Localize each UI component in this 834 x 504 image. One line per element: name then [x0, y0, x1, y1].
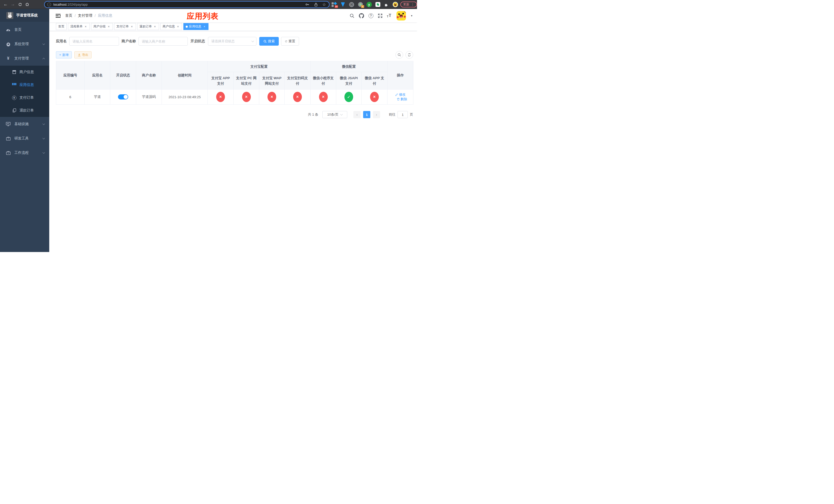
- toolbox-icon: [5, 137, 11, 140]
- extensions-area: 10 ⌘ 1 y: [331, 0, 398, 9]
- hamburger-icon: [56, 14, 61, 18]
- sidebar-item-workflow[interactable]: 工作流程: [0, 145, 49, 160]
- col-header-status: 开启状态: [110, 61, 136, 90]
- refresh-table-button[interactable]: [405, 51, 413, 59]
- col-header-alipay-app: 支付宝 APP 支付: [208, 72, 234, 90]
- browser-toolbar: ← → i localhost:1024/pay/app ☆ 10 ⌘ 1 y: [0, 0, 417, 9]
- bookmark-star-icon[interactable]: ☆: [322, 2, 326, 7]
- chevron-down-icon: [43, 137, 45, 139]
- app-logo[interactable]: 芋道管理系统: [0, 9, 49, 22]
- profile-avatar-icon[interactable]: [392, 2, 398, 7]
- extension-y-icon[interactable]: y: [366, 2, 372, 7]
- goto-page-input[interactable]: [397, 111, 408, 118]
- prev-page-button[interactable]: ‹: [353, 111, 360, 118]
- avatar-caret-icon[interactable]: ▾: [411, 14, 412, 18]
- sidebar-collapse-button[interactable]: [56, 14, 61, 18]
- col-header-merchant: 商户名称: [136, 61, 162, 90]
- tab-pay-order[interactable]: 支付订单×: [114, 23, 136, 30]
- tab-refund-order[interactable]: 退款订单×: [137, 23, 159, 30]
- sidebar-item-dev-tools[interactable]: 研发工具: [0, 131, 49, 145]
- sidebar-item-payment[interactable]: ¥ 支付管理: [0, 51, 49, 66]
- extension-recorder-icon[interactable]: 1: [357, 2, 363, 7]
- tab-user-group[interactable]: 用户分组×: [91, 23, 113, 30]
- breadcrumb-payment[interactable]: 支付管理: [78, 13, 92, 18]
- app-name-label: 应用名: [56, 39, 67, 44]
- gear-icon: [5, 42, 11, 46]
- merchant-name-label: 商户名称: [122, 39, 136, 44]
- address-bar[interactable]: i localhost:1024/pay/app ☆: [44, 1, 330, 8]
- browser-menu-icon[interactable]: ⋮: [411, 3, 414, 6]
- chevron-down-icon: [251, 40, 254, 42]
- merchant-name-input[interactable]: [138, 37, 188, 46]
- tab-home[interactable]: 首页×: [56, 23, 67, 30]
- breadcrumb: 首页 / 支付管理 / 应用信息: [65, 13, 112, 18]
- app-title: 芋道管理系统: [16, 13, 38, 18]
- sidebar-item-refund-order[interactable]: 退款订单: [0, 104, 49, 117]
- tab-merchant-info[interactable]: 商户信息×: [160, 23, 182, 30]
- page-number-1[interactable]: 1: [363, 111, 370, 118]
- status-cross-icon: ×: [267, 92, 276, 102]
- sidebar-item-home[interactable]: 首页: [0, 23, 49, 37]
- search-button[interactable]: 搜索: [259, 37, 279, 46]
- reset-button[interactable]: 重置: [281, 37, 299, 46]
- sidebar-item-pay-order[interactable]: ¥ 支付订单: [0, 91, 49, 104]
- extension-kite-icon[interactable]: [340, 2, 346, 7]
- browser-update-button[interactable]: 更新 ⋮: [400, 2, 417, 7]
- site-info-icon[interactable]: i: [47, 3, 51, 6]
- extension-badge: 10: [335, 5, 338, 8]
- status-toggle[interactable]: [118, 94, 128, 99]
- sidebar-item-infrastructure[interactable]: 基础设施: [0, 117, 49, 131]
- chevron-down-icon: [340, 113, 343, 115]
- extensions-puzzle-icon[interactable]: [384, 2, 389, 7]
- open-status-label: 开启状态: [191, 39, 205, 44]
- reload-icon: [18, 3, 22, 6]
- grid-icon: [11, 83, 17, 87]
- col-header-wx-jsapi: 微信 JSAPI 支付: [336, 72, 361, 90]
- help-icon[interactable]: ?: [369, 13, 373, 18]
- share-icon[interactable]: [314, 3, 318, 7]
- sidebar-item-merchant-info[interactable]: 商户信息: [0, 66, 49, 78]
- font-size-icon[interactable]: TT: [387, 13, 391, 18]
- edit-link[interactable]: 修改: [395, 92, 406, 97]
- home-icon: [25, 2, 29, 6]
- app-name-input[interactable]: [69, 37, 119, 46]
- filter-form: 应用名 商户名称 开启状态 请选择开启状态 搜索 重置: [56, 37, 413, 46]
- next-page-button[interactable]: ›: [373, 111, 380, 118]
- header-search-icon[interactable]: [350, 13, 354, 18]
- close-tab-icon[interactable]: ×: [107, 25, 111, 28]
- close-tab-icon[interactable]: ×: [203, 25, 206, 28]
- browser-reload-button[interactable]: [16, 1, 24, 8]
- col-header-app-name: 应用名: [85, 61, 110, 90]
- export-button[interactable]: 导出: [74, 51, 91, 59]
- browser-forward-button[interactable]: →: [9, 1, 16, 8]
- user-avatar[interactable]: [396, 11, 406, 21]
- extension-chat-icon[interactable]: [375, 2, 380, 7]
- tab-process-form[interactable]: 流程表单×: [68, 23, 90, 30]
- browser-back-button[interactable]: ←: [2, 1, 9, 8]
- sidebar-item-app-info[interactable]: 应用信息: [0, 78, 49, 91]
- document-copy-icon: [11, 109, 17, 113]
- add-button[interactable]: + 新增: [56, 51, 72, 59]
- extension-grid-icon[interactable]: 10: [331, 2, 337, 7]
- tab-app-info[interactable]: 应用信息×: [183, 23, 208, 30]
- fullscreen-icon[interactable]: [378, 13, 382, 18]
- table-toolbar: + 新增 导出: [56, 51, 413, 59]
- dashboard-icon: [5, 28, 11, 31]
- password-key-icon[interactable]: [305, 3, 310, 6]
- open-status-select[interactable]: 请选择开启状态: [208, 37, 257, 46]
- toggle-search-button[interactable]: [395, 51, 403, 59]
- breadcrumb-home[interactable]: 首页: [65, 13, 72, 18]
- browser-home-button[interactable]: [24, 1, 31, 8]
- delete-link[interactable]: 删除: [397, 97, 407, 101]
- close-tab-icon[interactable]: ×: [84, 25, 87, 28]
- col-header-alipay-pc: 支付宝 PC 网站支付: [234, 72, 259, 90]
- extension-command-icon[interactable]: ⌘: [349, 2, 354, 7]
- close-tab-icon[interactable]: ×: [130, 25, 134, 28]
- close-tab-icon[interactable]: ×: [176, 25, 180, 28]
- page-size-select[interactable]: 10条/页: [322, 111, 347, 118]
- close-tab-icon[interactable]: ×: [153, 25, 157, 28]
- trash-icon: [397, 98, 400, 101]
- github-icon[interactable]: [359, 13, 364, 19]
- sidebar-item-system[interactable]: 系统管理: [0, 37, 49, 51]
- breadcrumb-current: 应用信息: [98, 13, 112, 18]
